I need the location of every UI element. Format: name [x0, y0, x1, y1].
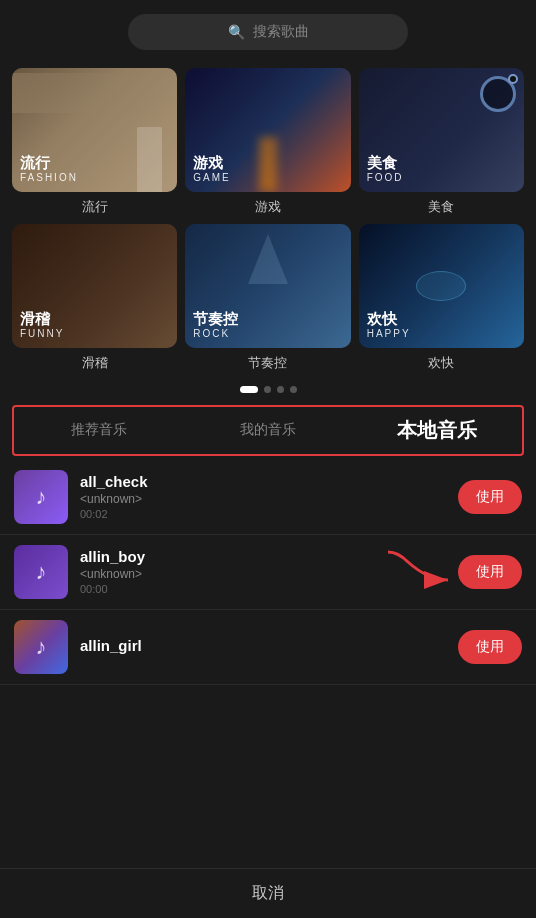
tab-local[interactable]: 本地音乐	[353, 407, 522, 454]
genre-name-rock: 节奏控	[248, 354, 287, 372]
music-note-icon: ♪	[36, 484, 47, 510]
music-info-all-check: all_check <unknown> 00:02	[80, 473, 446, 520]
music-thumb-all-check: ♪	[14, 470, 68, 524]
music-thumb-allin-girl: ♪	[14, 620, 68, 674]
music-list: ♪ all_check <unknown> 00:02 使用 ♪ allin_b…	[0, 460, 536, 685]
dot-2	[264, 386, 271, 393]
genre-item-game[interactable]: 游戏 GAME 游戏	[185, 68, 350, 216]
music-title-allin-girl: allin_girl	[80, 637, 446, 654]
search-placeholder: 搜索歌曲	[253, 23, 309, 41]
genre-label-happy: 欢快 HAPPY	[359, 302, 419, 348]
genre-name-happy: 欢快	[428, 354, 454, 372]
genre-card-funny[interactable]: 滑稽 FUNNY	[12, 224, 177, 348]
arrow-annotation	[378, 542, 468, 601]
genre-label-funny: 滑稽 FUNNY	[12, 302, 72, 348]
genre-item-fashion[interactable]: 流行 FASHION 流行	[12, 68, 177, 216]
genre-card-game[interactable]: 游戏 GAME	[185, 68, 350, 192]
genre-label-food: 美食 FOOD	[359, 146, 412, 192]
genre-label-rock: 节奏控 ROCK	[185, 302, 246, 348]
genre-name-food: 美食	[428, 198, 454, 216]
use-button-all-check[interactable]: 使用	[458, 480, 522, 514]
tab-my[interactable]: 我的音乐	[183, 411, 352, 449]
genre-name-funny: 滑稽	[82, 354, 108, 372]
pagination-dots	[0, 380, 536, 397]
genre-card-food[interactable]: 美食 FOOD	[359, 68, 524, 192]
use-button-allin-girl[interactable]: 使用	[458, 630, 522, 664]
music-item-allin-boy: ♪ allin_boy <unknown> 00:00 使用	[0, 535, 536, 610]
genre-grid: 流行 FASHION 流行 游戏 GAME 游戏 美食 FOOD	[0, 60, 536, 380]
music-item-allin-girl: ♪ allin_girl 使用	[0, 610, 536, 685]
music-artist-all-check: <unknown>	[80, 492, 446, 506]
tabs: 推荐音乐 我的音乐 本地音乐	[12, 405, 524, 456]
tab-recommend[interactable]: 推荐音乐	[14, 411, 183, 449]
genre-label-game: 游戏 GAME	[185, 146, 238, 192]
genre-name-fashion: 流行	[82, 198, 108, 216]
cancel-label: 取消	[252, 884, 284, 901]
genre-name-game: 游戏	[255, 198, 281, 216]
music-note-icon-3: ♪	[36, 634, 47, 660]
dot-1	[240, 386, 258, 393]
genre-card-rock[interactable]: 节奏控 ROCK	[185, 224, 350, 348]
music-title-all-check: all_check	[80, 473, 446, 490]
genre-item-funny[interactable]: 滑稽 FUNNY 滑稽	[12, 224, 177, 372]
music-note-icon-2: ♪	[36, 559, 47, 585]
music-duration-all-check: 00:02	[80, 508, 446, 520]
search-icon: 🔍	[228, 24, 245, 40]
dot-4	[290, 386, 297, 393]
music-thumb-allin-boy: ♪	[14, 545, 68, 599]
genre-label-fashion: 流行 FASHION	[12, 146, 86, 192]
cancel-bar[interactable]: 取消	[0, 868, 536, 918]
genre-card-happy[interactable]: 欢快 HAPPY	[359, 224, 524, 348]
music-info-allin-girl: allin_girl	[80, 637, 446, 656]
genre-item-rock[interactable]: 节奏控 ROCK 节奏控	[185, 224, 350, 372]
arrow-svg	[378, 542, 468, 597]
search-input-wrap[interactable]: 🔍 搜索歌曲	[128, 14, 408, 50]
music-item-all-check: ♪ all_check <unknown> 00:02 使用	[0, 460, 536, 535]
genre-item-happy[interactable]: 欢快 HAPPY 欢快	[359, 224, 524, 372]
genre-item-food[interactable]: 美食 FOOD 美食	[359, 68, 524, 216]
search-bar: 🔍 搜索歌曲	[0, 0, 536, 60]
genre-card-fashion[interactable]: 流行 FASHION	[12, 68, 177, 192]
dot-3	[277, 386, 284, 393]
